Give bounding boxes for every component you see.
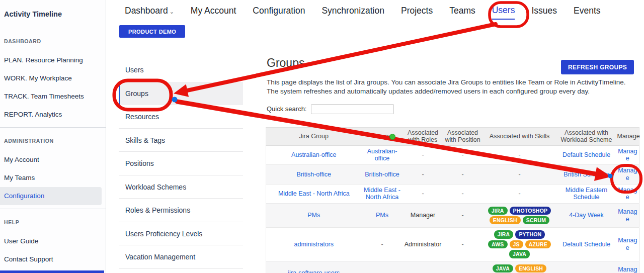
description-line-2: The system refreshes and automatically u… xyxy=(267,87,639,96)
column-header: Associated with Position xyxy=(443,127,482,145)
subnav-item-workload-schemes[interactable]: Workload Schemes xyxy=(119,175,243,199)
column-header: Associated with Workload Scheme xyxy=(557,127,616,145)
nav-item-issues[interactable]: Issues xyxy=(531,6,557,19)
workload-scheme-link[interactable]: Default Schedule xyxy=(562,241,610,248)
empty-value: - xyxy=(461,269,463,273)
team-link[interactable]: Australian-office xyxy=(367,148,397,162)
nav-item-events[interactable]: Events xyxy=(574,6,601,19)
quick-search-input[interactable] xyxy=(311,104,394,114)
main-content-area: Dashboard⌄My AccountConfigurationSynchro… xyxy=(107,0,644,273)
groups-table: Jira GroupTeamAssociated with RolesAssoc… xyxy=(266,127,639,273)
quick-search-label: Quick search: xyxy=(267,105,306,113)
table-header-row: Jira GroupTeamAssociated with RolesAssoc… xyxy=(266,127,639,145)
column-header: Manage xyxy=(616,127,639,145)
empty-value: - xyxy=(461,171,463,178)
nav-item-synchronization[interactable]: Synchronization xyxy=(321,6,384,19)
subnav-item-users-proficiency-levels[interactable]: Users Proficiency Levels xyxy=(119,222,243,246)
page-description: This page displays the list of Jira grou… xyxy=(267,78,639,97)
skill-badge-photoshop: PHOTOSHOP xyxy=(510,207,551,215)
skill-badge-jira: JIRA xyxy=(488,207,508,215)
group-link[interactable]: Middle East - North Africa xyxy=(278,190,350,197)
skill-badge-python: PYTHON xyxy=(515,230,545,238)
group-link[interactable]: British-office xyxy=(296,171,331,178)
empty-value: - xyxy=(381,241,383,248)
column-header: Associated with Roles xyxy=(403,127,443,145)
sidebar-section-label: DASHBOARD xyxy=(4,38,102,44)
column-header: Associated with Skills xyxy=(482,127,557,145)
skill-badge-java: JAVA xyxy=(493,264,513,272)
manage-link[interactable]: Manage xyxy=(618,187,637,201)
empty-value: - xyxy=(422,151,424,158)
nav-item-my-account[interactable]: My Account xyxy=(191,6,236,19)
sidebar-item-user-guide[interactable]: User Guide xyxy=(0,232,106,250)
empty-value: - xyxy=(422,171,424,178)
manage-link[interactable]: Manage xyxy=(618,148,637,162)
sidebar-item-my-teams[interactable]: My Teams xyxy=(0,169,106,187)
workload-scheme-link[interactable]: Middle Eastern Schedule xyxy=(566,187,607,201)
empty-value: - xyxy=(461,212,463,219)
team-link[interactable]: PMs xyxy=(376,212,388,219)
skill-badge-azure: AZURE xyxy=(525,240,551,248)
sidebar-divider xyxy=(0,209,106,209)
sidebar-item-report-analytics[interactable]: REPORT. Analytics xyxy=(0,106,106,124)
subnav-item-skills-tags[interactable]: Skills & Tags xyxy=(119,129,243,152)
sidebar-item-plan-resource-planning[interactable]: PLAN. Resource Planning xyxy=(0,51,106,69)
manage-link[interactable]: Manage xyxy=(618,266,637,273)
skill-badge-js: JS xyxy=(510,240,523,248)
chevron-down-icon: ⌄ xyxy=(170,9,174,15)
subnav-item-vacation-management[interactable]: Vacation Management xyxy=(119,245,243,269)
table-row: British-officeBritish-office---British S… xyxy=(266,165,639,185)
team-link[interactable]: Middle East - North Africa xyxy=(364,187,400,201)
empty-value: - xyxy=(381,269,383,273)
nav-item-projects[interactable]: Projects xyxy=(401,6,433,19)
nav-item-teams[interactable]: Teams xyxy=(449,6,475,19)
role-value: Manager xyxy=(411,212,435,219)
empty-value: - xyxy=(461,190,463,197)
empty-value: - xyxy=(422,269,424,273)
workload-scheme-link[interactable]: Default Schedule xyxy=(562,151,610,158)
groups-panel: Groups REFRESH GROUPS This page displays… xyxy=(266,53,639,273)
sidebar-divider xyxy=(0,127,106,128)
group-link[interactable]: Australian-office xyxy=(291,151,336,158)
product-demo-badge[interactable]: PRODUCT DEMO xyxy=(119,25,185,38)
nav-item-users[interactable]: Users xyxy=(492,5,515,20)
sidebar-item-configuration[interactable]: Configuration xyxy=(0,187,102,205)
column-header: Team xyxy=(362,127,403,145)
subnav-item-roles-permissions[interactable]: Roles & Permissions xyxy=(119,199,243,222)
subnav-item-groups[interactable]: Groups xyxy=(119,82,243,106)
table-row: Australian-officeAustralian-office---Def… xyxy=(266,145,639,165)
table-row: PMsPMsManager-JIRAPHOTOSHOPENGLISHSCRUM4… xyxy=(266,204,639,228)
subnav-item-positions[interactable]: Positions xyxy=(119,152,243,175)
workload-scheme-link[interactable]: British Schedule xyxy=(564,171,609,178)
nav-item-dashboard[interactable]: Dashboard⌄ xyxy=(125,6,174,19)
empty-value: - xyxy=(422,190,424,197)
empty-value: - xyxy=(518,151,520,158)
subnav-item-resources[interactable]: Resources xyxy=(119,105,243,129)
description-line-1: This page displays the list of Jira grou… xyxy=(267,78,639,87)
skill-badge-scrum: SCRUM xyxy=(523,216,550,224)
manage-link[interactable]: Manage xyxy=(618,208,637,223)
manage-link[interactable]: Manage xyxy=(618,167,637,181)
app-title: Activity Timeline xyxy=(0,0,106,18)
empty-value: - xyxy=(518,171,520,178)
table-row: administrators-Administrator-JIRAPYTHONA… xyxy=(266,227,639,261)
role-value: Administrator xyxy=(405,241,442,248)
top-navigation: Dashboard⌄My AccountConfigurationSynchro… xyxy=(125,5,601,20)
refresh-groups-button[interactable]: REFRESH GROUPS xyxy=(561,60,634,74)
table-row: jira-software-users---JAVAENGLISHPYTHONJ… xyxy=(266,261,639,273)
manage-link[interactable]: Manage xyxy=(618,237,637,251)
group-link[interactable]: jira-software-users xyxy=(288,269,340,273)
workload-scheme-link[interactable]: 4-Day Week xyxy=(569,212,604,219)
team-link[interactable]: British-office xyxy=(365,171,399,178)
subnav-item-users[interactable]: Users xyxy=(119,58,243,82)
group-link[interactable]: administrators xyxy=(294,241,334,248)
sidebar-item-contact-support[interactable]: Contact Support xyxy=(0,250,106,268)
empty-value: - xyxy=(518,190,520,197)
nav-item-configuration[interactable]: Configuration xyxy=(253,6,305,19)
group-link[interactable]: PMs xyxy=(307,212,320,219)
skill-badge-jira: JIRA xyxy=(494,230,514,238)
skill-badge-aws: AWS xyxy=(488,240,508,248)
sidebar-item-track-team-timesheets[interactable]: TRACK. Team Timesheets xyxy=(0,87,106,106)
sidebar-item-my-account[interactable]: My Account xyxy=(0,151,106,169)
sidebar-item-work-my-workplace[interactable]: WORK. My Workplace xyxy=(0,69,106,87)
